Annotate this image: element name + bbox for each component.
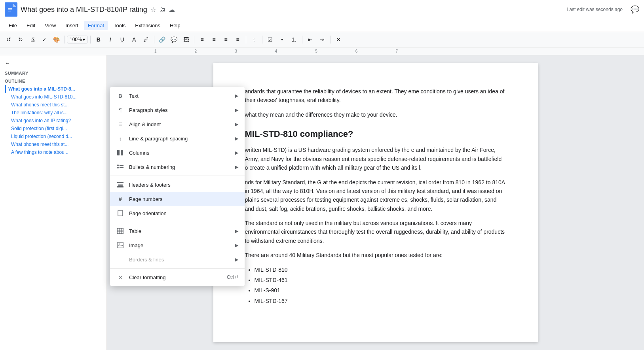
text-arrow-icon: ▶: [235, 93, 238, 98]
para-4: nds for Military Standard, the G at the …: [245, 178, 506, 214]
format-menu-clear-formatting[interactable]: ✕ Clear formatting Ctrl+\: [110, 270, 245, 284]
para-1: andards that guarantee the reliability o…: [245, 87, 506, 105]
chat-icon[interactable]: 💬: [631, 5, 639, 14]
underline-button[interactable]: U: [117, 34, 128, 45]
svg-rect-6: [121, 150, 123, 155]
image-menu-icon: [116, 241, 124, 249]
format-menu-text[interactable]: B Text ▶: [110, 89, 245, 103]
svg-rect-12: [118, 184, 123, 185]
page-orientation-icon: [116, 209, 124, 217]
para-3: written MIL-STD) is a US hardware gradin…: [245, 146, 506, 172]
svg-rect-2: [8, 8, 12, 9]
paintformat-button[interactable]: 🎨: [51, 34, 62, 45]
bullets-button[interactable]: •: [277, 34, 288, 45]
outline-item-5[interactable]: Solid protection (first digi...: [5, 125, 102, 132]
line-spacing-arrow-icon: ▶: [235, 136, 238, 141]
image-label: Image: [129, 242, 230, 248]
outline-item-8[interactable]: A few things to note abou...: [5, 148, 102, 156]
svg-rect-10: [120, 167, 123, 168]
print-button[interactable]: 🖨: [27, 34, 38, 45]
outline-item-6[interactable]: Liquid protection (second d...: [5, 132, 102, 140]
outline-item-2[interactable]: What phones meet this st...: [5, 101, 102, 109]
columns-label: Columns: [129, 150, 230, 156]
menu-bar: File Edit View Insert Format Tools Exten…: [0, 19, 644, 32]
format-menu-paragraph-styles[interactable]: ¶ Paragraph styles ▶: [110, 103, 245, 117]
list-item-2: MIL-STD-461: [255, 276, 506, 284]
doc-icon: [5, 2, 17, 17]
toolbar-separator-5: [246, 36, 246, 44]
link-button[interactable]: 🔗: [157, 34, 168, 45]
align-left-button[interactable]: ≡: [197, 34, 208, 45]
outline-item-4[interactable]: What goes into an IP rating?: [5, 117, 102, 125]
outline-item-3[interactable]: The limitations: why all is...: [5, 109, 102, 117]
heading-mil-std: MIL-STD-810 compliance?: [245, 127, 506, 141]
clear-format-button[interactable]: ✕: [333, 34, 344, 45]
svg-rect-13: [118, 185, 123, 186]
svg-rect-5: [117, 150, 120, 155]
format-menu-page-numbers[interactable]: # Page numbers: [110, 192, 245, 206]
indent-less-button[interactable]: ⇤: [305, 34, 316, 45]
italic-button[interactable]: I: [105, 34, 116, 45]
doc-icons-row: ☆ 🗂 ☁: [150, 6, 175, 13]
menu-tools[interactable]: Tools: [110, 21, 129, 30]
menu-insert[interactable]: Insert: [61, 21, 82, 30]
zoom-selector[interactable]: 100% ▾: [67, 36, 88, 44]
format-menu-columns[interactable]: Columns ▶: [110, 146, 245, 160]
svg-rect-15: [118, 210, 123, 216]
format-menu-table[interactable]: Table ▶: [110, 224, 245, 238]
star-icon[interactable]: ☆: [150, 6, 156, 13]
format-menu-image[interactable]: Image ▶: [110, 238, 245, 252]
redo-button[interactable]: ↻: [15, 34, 26, 45]
svg-rect-16: [117, 228, 123, 234]
outline-item-1[interactable]: What goes into MIL-STD-810...: [5, 93, 102, 101]
text-color-button[interactable]: A: [129, 34, 140, 45]
last-edit: Last edit was seconds ago: [567, 7, 623, 12]
menu-divider-2: [110, 222, 245, 222]
cloud-save-icon[interactable]: 🗂: [159, 6, 165, 13]
outline-item-7[interactable]: What phones meet this st...: [5, 140, 102, 148]
menu-file[interactable]: File: [5, 21, 21, 30]
format-text-label: Text: [129, 93, 230, 99]
borders-lines-label: Borders & lines: [129, 257, 230, 263]
menu-edit[interactable]: Edit: [23, 21, 39, 30]
format-menu-headers-footers[interactable]: Headers & footers: [110, 178, 245, 192]
svg-point-22: [119, 244, 120, 245]
comment-button[interactable]: 💬: [169, 34, 180, 45]
format-menu-borders-lines[interactable]: — Borders & lines ▶: [110, 252, 245, 267]
para-5: The standard is not only used in the mil…: [245, 219, 506, 245]
line-spacing-button[interactable]: ↕: [249, 34, 260, 45]
sidebar-back-button[interactable]: ←: [5, 60, 102, 66]
menu-view[interactable]: View: [41, 21, 60, 30]
format-menu-page-orientation[interactable]: Page orientation: [110, 206, 245, 220]
checklist-button[interactable]: ☑: [265, 34, 276, 45]
numbering-button[interactable]: 1.: [289, 34, 300, 45]
align-center-button[interactable]: ≡: [209, 34, 220, 45]
doc-page: andards that guarantee the reliability o…: [213, 63, 538, 342]
format-menu-bullets[interactable]: Bullets & numbering ▶: [110, 160, 245, 174]
spellcheck-button[interactable]: ✓: [39, 34, 50, 45]
format-menu-line-spacing[interactable]: ↕ Line & paragraph spacing ▶: [110, 131, 245, 146]
main-area: ← SUMMARY OUTLINE What goes into a MIL-S…: [0, 55, 644, 350]
list-item-1: MIL-STD-810: [255, 265, 506, 274]
toolbar-separator-6: [262, 36, 262, 44]
image-button[interactable]: 🖼: [180, 34, 192, 45]
undo-button[interactable]: ↺: [3, 34, 14, 45]
svg-rect-4: [8, 11, 11, 11]
svg-rect-11: [117, 182, 123, 183]
page-numbers-label: Page numbers: [129, 196, 238, 202]
justify-button[interactable]: ≡: [232, 34, 243, 45]
outline-item-0[interactable]: What goes into a MIL-STD-8...: [5, 85, 102, 93]
columns-arrow-icon: ▶: [235, 150, 238, 155]
highlight-button[interactable]: 🖊: [141, 34, 152, 45]
bold-button[interactable]: B: [93, 34, 104, 45]
align-right-button[interactable]: ≡: [220, 34, 232, 45]
image-arrow-icon: ▶: [235, 243, 238, 248]
format-menu-align-indent[interactable]: ≡ Align & indent ▶: [110, 117, 245, 131]
menu-extensions[interactable]: Extensions: [131, 21, 164, 30]
menu-help[interactable]: Help: [166, 21, 184, 30]
indent-more-button[interactable]: ⇥: [317, 34, 328, 45]
svg-rect-14: [117, 186, 123, 187]
menu-format[interactable]: Format: [84, 21, 108, 30]
align-indent-arrow-icon: ▶: [235, 122, 238, 127]
sync-icon[interactable]: ☁: [169, 6, 175, 13]
